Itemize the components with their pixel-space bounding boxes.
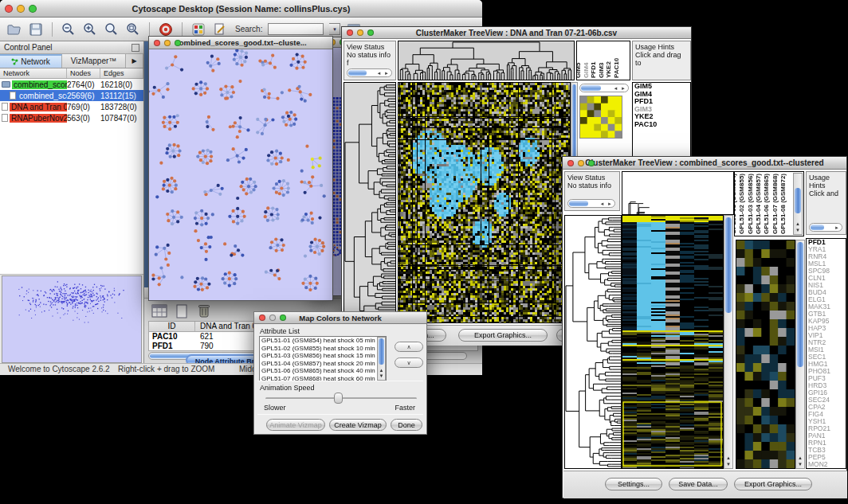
mini-heatmap-pane[interactable] (579, 96, 622, 139)
search-dropdown-button[interactable]: ▼ (329, 23, 340, 35)
new-attribute-icon[interactable] (173, 303, 190, 319)
export-graphics-button[interactable]: Export Graphics... (458, 329, 548, 342)
usage-hints-box: Usage Hints Click and drag to (632, 41, 691, 80)
column-labels: GIM5GIM4PFD1GIM3YKE2PAC10 (577, 41, 630, 80)
attribute-list-item[interactable]: GPL51-02 (GSM855) heat shock 10 min (260, 345, 386, 353)
attribute-list[interactable]: GPL51-01 (GSM854) heat shock 05 minGPL51… (259, 336, 387, 381)
slower-label: Slower (264, 404, 286, 412)
settings-button[interactable]: Settings... (605, 478, 662, 490)
delete-attribute-trash-icon[interactable] (195, 303, 213, 319)
network-list-row[interactable]: combined_sco2569(6)13112(15) (0, 90, 143, 101)
close-button[interactable] (154, 40, 160, 46)
minimize-button[interactable] (17, 5, 25, 13)
save-icon[interactable] (28, 21, 44, 37)
zoom-heatmap-pane[interactable] (736, 240, 795, 469)
minimize-button[interactable] (269, 315, 276, 321)
top-dendrogram-pane[interactable] (622, 171, 734, 215)
network-list-row[interactable]: RNAPuberNov2+563(0)107847(0) (0, 112, 143, 123)
tab-network-label: Network (21, 55, 50, 68)
network-view-window: combined_scores_good.txt--cluste... (148, 36, 333, 301)
zoom-selected-icon[interactable] (125, 21, 141, 37)
view-status-text: No status info f (347, 51, 393, 67)
map-colors-dialog: Map Colors to Network Attribute List GPL… (253, 311, 427, 435)
main-titlebar[interactable]: Cytoscape Desktop (Session Name: collins… (0, 0, 482, 18)
network-canvas[interactable] (149, 49, 332, 300)
search-label: Search: (235, 25, 262, 33)
col-network[interactable]: Network (0, 68, 67, 78)
gene-labels-list[interactable]: PFD1YRA1RNR4MSL1SPC98CLN1NIS1BUD4ELG1MAK… (806, 238, 846, 469)
file-icon (2, 114, 8, 122)
tab-vizmapper[interactable]: VizMapper™ (62, 54, 126, 68)
tab-network[interactable]: Network (0, 54, 62, 68)
attr-col-id[interactable]: ID (149, 322, 195, 331)
usage-hints-scrollbar[interactable]: ► (809, 223, 842, 232)
attribute-list-vscrollbar[interactable]: ▲▼ (377, 337, 386, 381)
attribute-list-item[interactable]: GPL51-04 (GSM857) heat shock 20 min (260, 360, 386, 368)
network-name: RNAPuberNov2+ (10, 114, 67, 123)
column-label: PFD1 (590, 62, 597, 78)
help-lifesaver-icon[interactable] (158, 21, 174, 37)
heatmap-vscrollbar[interactable]: ▲▼ (724, 215, 733, 469)
zoom-button[interactable] (29, 5, 37, 13)
close-button[interactable] (347, 29, 353, 36)
zoom-in-icon[interactable] (82, 21, 98, 37)
gene-label[interactable]: PAC10 (633, 121, 690, 129)
attribute-list-item[interactable]: GPL51-01 (GSM854) heat shock 05 min (260, 337, 386, 345)
column-label: GPL51-01 (GSM854) (734, 174, 737, 234)
move-up-button[interactable]: ∧ (395, 342, 423, 352)
export-graphics-button[interactable]: Export Graphics... (734, 478, 812, 490)
float-panel-icon[interactable] (132, 44, 139, 52)
slider-thumb[interactable] (334, 393, 343, 404)
attribute-list-item[interactable]: GPL51-06 (GSM865) heat shock 40 min (260, 367, 386, 375)
view-status-scrollbar[interactable]: ◄ ► (347, 68, 392, 77)
search-input[interactable] (268, 23, 324, 35)
attribute-select-icon[interactable] (151, 303, 168, 319)
top-dendrogram-pane[interactable] (398, 41, 575, 80)
dialog-titlebar[interactable]: Map Colors to Network (254, 312, 426, 324)
minimize-button[interactable] (164, 40, 171, 46)
minimize-button[interactable] (357, 29, 363, 36)
tab-overflow-arrow[interactable]: ▶ (126, 54, 143, 68)
view-status-scrollbar[interactable]: ◄ ► (567, 199, 615, 208)
network-list-row[interactable]: combined_scores2764(0)16218(0) (0, 79, 143, 90)
row-dendrogram-pane[interactable] (344, 82, 396, 323)
save-data-button[interactable]: Save Data... (669, 478, 728, 490)
open-folder-icon[interactable] (6, 21, 22, 37)
mini-heatmap-hscrollbar[interactable]: ◄ ► (579, 84, 629, 92)
gene-label[interactable]: MON2 (807, 461, 846, 468)
zoom-heatmap-vscrollbar[interactable]: ▲▼ (795, 240, 805, 469)
treeview2-titlebar[interactable]: ClusterMaker TreeView : combined_scores_… (563, 157, 846, 170)
birdseye-view[interactable] (2, 275, 142, 363)
minimize-button[interactable] (578, 160, 584, 166)
zoom-fit-icon[interactable] (104, 21, 120, 37)
vizmapper-icon[interactable] (190, 21, 206, 37)
close-button[interactable] (5, 5, 13, 13)
file-icon (10, 92, 16, 100)
network-tree-icon (11, 58, 18, 65)
done-button[interactable]: Done (391, 419, 422, 431)
move-down-button[interactable]: ∨ (395, 357, 423, 368)
create-vizmap-button[interactable]: Create Vizmap (329, 419, 387, 431)
toolbar-separator (182, 22, 183, 37)
heatmap-pane[interactable] (622, 215, 724, 469)
column-labels-vscrollbar[interactable]: ▲▼ (793, 173, 803, 235)
close-button[interactable] (567, 160, 574, 166)
file-icon (2, 103, 8, 111)
animate-vizmap-button[interactable]: Animate Vizmap (266, 419, 325, 431)
heatmap-pane[interactable] (398, 82, 571, 323)
control-panel-tabs: Network VizMapper™ ▶ (0, 54, 143, 68)
row-dendrogram-pane[interactable] (564, 215, 622, 469)
zoom-button[interactable] (280, 315, 286, 321)
annotation-icon[interactable] (212, 21, 228, 37)
zoom-button[interactable] (588, 160, 595, 166)
attribute-list-item[interactable]: GPL51-03 (GSM856) heat shock 15 min (260, 352, 386, 360)
zoom-button[interactable] (367, 29, 374, 36)
network-list-row[interactable]: DNA and Tran 07769(0)183728(0) (0, 101, 143, 112)
treeview1-titlebar[interactable]: ClusterMaker TreeView : DNA and Tran 07-… (342, 27, 691, 39)
close-button[interactable] (259, 315, 265, 321)
col-edges[interactable]: Edges (100, 68, 143, 78)
zoom-out-icon[interactable] (61, 21, 77, 37)
col-nodes[interactable]: Nodes (67, 68, 100, 78)
network-view-titlebar[interactable]: combined_scores_good.txt--cluste... (149, 37, 332, 49)
zoom-button[interactable] (175, 40, 181, 46)
